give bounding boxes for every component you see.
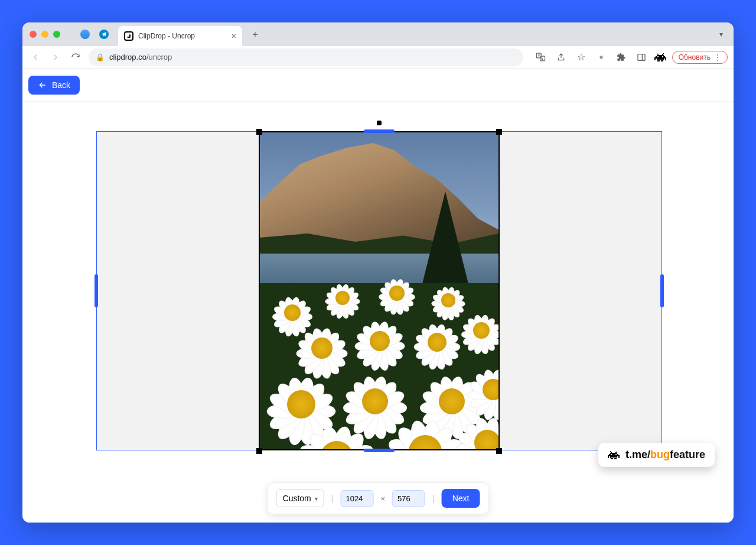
wm-bug: bug: [650, 449, 670, 460]
back-label: Back: [52, 80, 70, 90]
panel-icon[interactable]: [634, 50, 649, 64]
uncrop-canvas[interactable]: t.me/bugfeature: [22, 102, 734, 480]
app-header: Back: [22, 69, 734, 102]
photo-content: [260, 132, 498, 449]
share-icon[interactable]: [554, 50, 568, 64]
tab-title: ClipDrop - Uncrop: [138, 32, 195, 40]
resize-handle-left[interactable]: [94, 274, 98, 307]
times-icon: ×: [380, 494, 385, 503]
pinned-tab-2-telegram-icon[interactable]: [99, 30, 109, 39]
extension-1-icon[interactable]: [594, 50, 608, 64]
bookmark-star-icon[interactable]: ☆: [574, 50, 588, 64]
url-path: /uncrop: [146, 53, 172, 61]
chevron-down-icon: ▾: [315, 495, 318, 502]
separator: |: [331, 494, 334, 503]
resize-handle-right[interactable]: [660, 274, 664, 307]
image-corner-tl[interactable]: [256, 129, 262, 135]
image-edge-top[interactable]: [364, 129, 395, 133]
back-button[interactable]: Back: [28, 76, 80, 95]
update-button[interactable]: Обновить ⋮: [672, 51, 728, 64]
height-input[interactable]: [392, 490, 425, 507]
image-corner-br[interactable]: [496, 448, 502, 454]
image-edge-bottom[interactable]: [364, 449, 395, 452]
aspect-preset-select[interactable]: Custom ▾: [276, 489, 324, 507]
nav-back-button[interactable]: [28, 50, 43, 64]
lock-icon: 🔒: [96, 53, 105, 61]
minimize-window-button[interactable]: [41, 31, 48, 38]
separator-2: |: [432, 494, 435, 503]
controls-bar: Custom ▾ | × | Next: [268, 482, 489, 514]
pinned-tab-1[interactable]: [80, 30, 90, 39]
close-tab-button[interactable]: ×: [232, 31, 236, 41]
source-image[interactable]: [259, 131, 500, 450]
preset-label: Custom: [283, 494, 311, 503]
next-button[interactable]: Next: [442, 489, 480, 508]
url-host: clipdrop.co: [109, 53, 146, 61]
wm-prefix: t.me: [625, 449, 647, 460]
page-content: Back: [22, 69, 734, 523]
reload-button[interactable]: [69, 50, 83, 64]
address-bar[interactable]: 🔒 clipdrop.co/uncrop: [89, 48, 523, 66]
maximize-window-button[interactable]: [53, 31, 60, 38]
pinned-tabs: [76, 30, 113, 39]
width-input[interactable]: [340, 490, 373, 507]
wm-feature: feature: [670, 449, 705, 460]
svg-rect-3: [638, 54, 645, 60]
space-invader-extension-icon[interactable]: [654, 52, 666, 63]
tabs-menu-button[interactable]: ▾: [716, 27, 726, 42]
watermark-badge[interactable]: t.me/bugfeature: [598, 443, 715, 467]
browser-toolbar: 🔒 clipdrop.co/uncrop ☆ О: [22, 46, 734, 69]
window-controls: [30, 31, 60, 38]
extensions-area: ☆ Обновить ⋮: [534, 50, 728, 64]
browser-window: ClipDrop - Uncrop × ＋ ▾ 🔒 clipdrop.co/un…: [22, 22, 734, 523]
new-tab-button[interactable]: ＋: [247, 26, 263, 43]
extensions-puzzle-icon[interactable]: [614, 50, 628, 64]
svg-point-2: [599, 56, 602, 59]
translate-icon[interactable]: [534, 50, 548, 64]
active-tab[interactable]: ClipDrop - Uncrop ×: [118, 26, 242, 46]
image-corner-tr[interactable]: [496, 129, 502, 135]
rotate-stem-icon[interactable]: [377, 121, 382, 125]
tab-strip: ClipDrop - Uncrop × ＋ ▾: [22, 22, 734, 46]
update-label: Обновить: [679, 53, 711, 61]
image-corner-bl[interactable]: [256, 448, 262, 454]
arrow-left-icon: [38, 81, 47, 89]
clipdrop-favicon-icon: [124, 31, 133, 41]
space-invader-icon: [608, 450, 620, 460]
menu-dots-icon: ⋮: [714, 53, 721, 61]
close-window-button[interactable]: [30, 31, 37, 38]
nav-forward-button[interactable]: [48, 50, 63, 64]
